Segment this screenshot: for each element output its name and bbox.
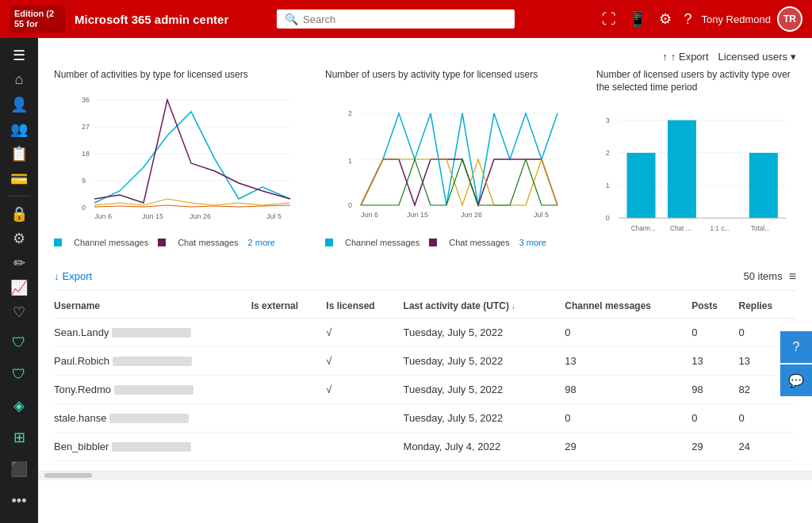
svg-text:Jul 5: Jul 5	[266, 212, 282, 220]
col-replies: Replies	[738, 294, 796, 319]
top-export-button[interactable]: ↑ ↑ Export	[662, 51, 708, 63]
horizontal-scrollbar[interactable]	[38, 471, 812, 480]
cell-is-external	[251, 346, 327, 375]
settings-icon[interactable]: ⚙	[659, 10, 672, 28]
svg-text:Jul 5: Jul 5	[534, 211, 549, 219]
svg-text:Jun 15: Jun 15	[407, 211, 428, 219]
user-name: Tony Redmond	[702, 13, 771, 25]
charts-row: Number of activities by type for license…	[54, 69, 796, 247]
legend-chat-label: Chat messages	[178, 238, 238, 247]
svg-text:18: 18	[82, 150, 90, 158]
svg-text:9: 9	[82, 177, 86, 185]
licensed-users-dropdown[interactable]: Licensed users ▾	[718, 51, 796, 63]
users-table: Username Is external Is licensed Last ac…	[54, 294, 796, 461]
sidebar-item-home[interactable]: ⌂	[3, 69, 35, 90]
cell-username: stale.hanse ■■■■■■■■■■	[54, 403, 251, 432]
table-row: Ben_bibbler ■■■■■■■■■■ Monday, July 4, 2…	[54, 432, 796, 460]
svg-text:Jun 6: Jun 6	[94, 212, 112, 220]
cell-username: Sean.Landy ■■■■■■■■■■	[54, 318, 251, 346]
sidebar-item-apps[interactable]: ⊞	[3, 422, 35, 453]
legend2-channel-dot	[325, 239, 333, 246]
email-blur: ■■■■■■■■■■	[112, 328, 191, 338]
help-icon[interactable]: ?	[684, 11, 692, 28]
email-blur: ■■■■■■■■■■	[113, 357, 192, 366]
sidebar-item-reports[interactable]: 📋	[3, 143, 35, 165]
cell-username: Ben_bibbler ■■■■■■■■■■	[54, 432, 251, 460]
sidebar-item-menu[interactable]: ☰	[3, 44, 35, 66]
username-text: Paul.Robich	[54, 355, 109, 367]
svg-text:Jun 6: Jun 6	[361, 211, 378, 219]
topbar: Edition (2 55 for Microsoft 365 admin ce…	[0, 0, 812, 38]
sidebar-item-billing[interactable]: 💳	[3, 168, 35, 189]
cell-channel-messages: 98	[565, 375, 691, 403]
table-header: Username Is external Is licensed Last ac…	[54, 294, 796, 319]
legend-more-link[interactable]: 2 more	[248, 238, 275, 247]
svg-text:Chat ...: Chat ...	[670, 225, 691, 232]
cell-username: Paul.Robich ■■■■■■■■■■	[54, 346, 251, 375]
scrollbar-thumb[interactable]	[44, 473, 92, 478]
export-label: Export	[63, 270, 93, 282]
sidebar-divider	[7, 196, 31, 197]
licensed-users-label: Licensed users	[718, 51, 787, 63]
sidebar-item-users[interactable]: 👤	[3, 94, 35, 115]
sort-icon: ↓	[511, 302, 515, 311]
svg-text:0: 0	[348, 201, 352, 209]
floating-action-buttons: ? 💬	[780, 331, 812, 396]
sidebar-item-azure[interactable]: ◈	[3, 390, 35, 422]
search-input[interactable]	[303, 13, 507, 25]
svg-text:2: 2	[606, 149, 610, 157]
legend2-channel-label: Channel messages	[345, 238, 419, 247]
chart1-legend: Channel messages Chat messages 2 more	[54, 238, 312, 247]
search-bar[interactable]: 🔍	[277, 10, 515, 29]
legend2-chat-label: Chat messages	[449, 238, 509, 247]
cell-last-activity: Tuesday, July 5, 2022	[404, 318, 565, 346]
chat-float-button[interactable]: ?	[780, 331, 812, 363]
column-options-icon[interactable]: ≡	[789, 269, 796, 284]
fullscreen-icon[interactable]: ⛶	[602, 11, 616, 28]
cell-is-external	[251, 375, 327, 403]
user-menu[interactable]: Tony Redmond TR	[702, 6, 802, 32]
sidebar-item-settings[interactable]: ⚙	[3, 227, 35, 249]
app-title: Microsoft 365 admin center	[75, 13, 228, 26]
email-blur: ■■■■■■■■■■	[112, 442, 191, 452]
sidebar-item-compliance1[interactable]: 🛡	[3, 326, 35, 358]
email-blur: ■■■■■■■■■■	[114, 385, 193, 395]
mobile-icon[interactable]: 📱	[629, 10, 646, 28]
svg-rect-32	[627, 153, 656, 218]
sidebar-item-favorites[interactable]: ♡	[3, 302, 35, 323]
cell-last-activity: Monday, July 4, 2022	[404, 432, 565, 460]
cell-is-external	[251, 432, 327, 460]
svg-text:1:1 c...: 1:1 c...	[710, 225, 730, 232]
table-row: Tony.Redmo ■■■■■■■■■■ √ Tuesday, July 5,…	[54, 375, 796, 403]
svg-text:2: 2	[348, 109, 352, 117]
cell-is-licensed	[326, 403, 403, 432]
feedback-float-button[interactable]: 💬	[780, 365, 812, 396]
legend2-chat-dot	[429, 239, 437, 246]
sidebar-item-more[interactable]: •••	[3, 485, 35, 517]
table-row: Sean.Landy ■■■■■■■■■■ √ Tuesday, July 5,…	[54, 318, 796, 346]
col-last-activity[interactable]: Last activity date (UTC) ↓	[404, 294, 565, 319]
sidebar-item-groups[interactable]: 👥	[3, 119, 35, 140]
sidebar-item-pin[interactable]: ✏	[3, 252, 35, 273]
svg-text:Chann...: Chann...	[631, 225, 656, 232]
export-button[interactable]: ↓ Export	[54, 270, 92, 282]
sidebar-item-analytics[interactable]: 📈	[3, 277, 35, 299]
legend2-more-link[interactable]: 3 more	[519, 238, 546, 247]
chart1-title: Number of activities by type for license…	[54, 69, 312, 82]
chart1-svg: 36 27 18 9 0	[54, 88, 312, 233]
cell-channel-messages: 0	[565, 403, 691, 432]
export-up-icon: ↑	[662, 51, 668, 63]
table-row: Paul.Robich ■■■■■■■■■■ √ Tuesday, July 5…	[54, 346, 796, 375]
app-logo: Edition (2 55 for	[10, 6, 65, 32]
svg-text:3: 3	[606, 116, 610, 124]
sidebar-item-security[interactable]: 🔒	[3, 203, 35, 224]
svg-text:1: 1	[348, 157, 352, 165]
col-posts: Posts	[691, 294, 738, 319]
search-icon: 🔍	[285, 13, 298, 25]
sidebar-item-teams[interactable]: ⬛	[3, 453, 35, 485]
chart2-title: Number of users by activity type for lic…	[325, 69, 584, 82]
top-export-label: ↑ Export	[671, 51, 709, 63]
sidebar-item-compliance2[interactable]: 🛡	[3, 358, 35, 390]
svg-text:0: 0	[606, 214, 610, 222]
cell-posts: 98	[691, 375, 738, 403]
